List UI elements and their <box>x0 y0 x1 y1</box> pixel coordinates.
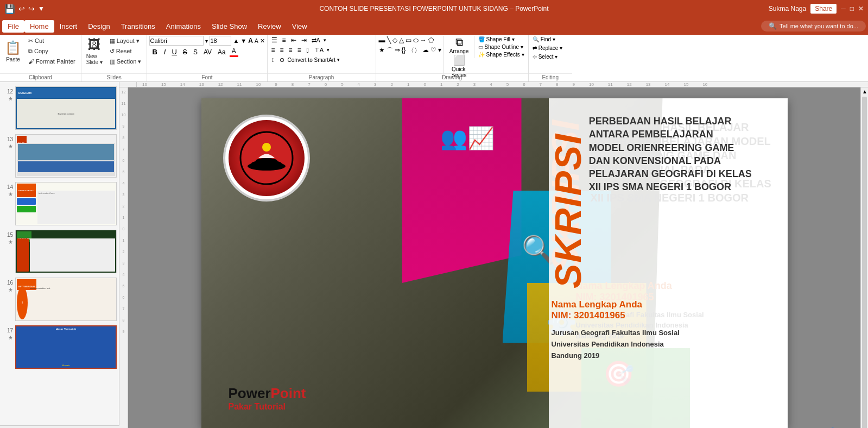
close-btn[interactable]: ✕ <box>858 5 864 12</box>
align-center-btn[interactable]: ≡ <box>278 46 286 54</box>
numbering-btn[interactable]: ≡ <box>281 36 288 45</box>
col-btn[interactable]: ⫿ <box>305 46 311 54</box>
slide-main[interactable]: 👥📈 🔍 ⚙️ 🎯 SKRIPSI <box>201 98 788 428</box>
cut-button[interactable]: ✂ Cut <box>25 36 79 46</box>
shape-rect[interactable]: ▬ <box>378 36 386 45</box>
menu-item-transitions[interactable]: Transitions <box>116 20 161 33</box>
convert-smartart-btn[interactable]: ⊙ <box>278 56 286 64</box>
shape-fill-button[interactable]: 🪣 Shape Fill ▾ <box>477 36 526 43</box>
format-painter-button[interactable]: 🖌 Format Painter <box>25 56 79 66</box>
section-button[interactable]: ▥ Section ▾ <box>106 56 145 66</box>
shape-effects-button[interactable]: ✨ Shape Effects ▾ <box>477 51 526 58</box>
slide-thumb-14[interactable]: 14 ★ PEMBAHASAN text content here <box>2 182 117 225</box>
font-size-down[interactable]: ▼ <box>240 37 246 44</box>
font-size-small[interactable]: A <box>255 38 258 44</box>
maximize-btn[interactable]: □ <box>850 5 854 12</box>
shape-outline-chevron[interactable]: ▾ <box>521 44 523 50</box>
text-dir-chevron[interactable]: ▾ <box>324 37 326 43</box>
shape-triangle[interactable]: △ <box>398 36 404 45</box>
slide-thumb-16[interactable]: 16 ★ REKOMENDASI ! recommendation text <box>2 278 117 321</box>
undo-btn[interactable]: ↩ <box>18 4 25 13</box>
shape-callout[interactable]: ⬭ <box>413 36 419 45</box>
menu-item-review[interactable]: Review <box>252 20 287 33</box>
shape-brace[interactable]: 〈〉 <box>407 46 421 56</box>
slide-img-17[interactable]: Hasar Termatuh Ampala <box>15 325 117 369</box>
justify-btn[interactable]: ≡ <box>296 46 303 54</box>
shape-curved[interactable]: ⌒ <box>386 46 394 56</box>
shape-cloud[interactable]: ☁ <box>422 46 429 56</box>
share-btn[interactable]: Share <box>810 4 837 14</box>
slide-img-12[interactable]: DIAGRAM flowchart content <box>15 86 117 130</box>
decrease-indent-btn[interactable]: ⇤ <box>289 36 298 45</box>
select-chevron[interactable]: ▾ <box>555 54 557 60</box>
menu-item-file[interactable]: File <box>2 20 24 33</box>
new-slide-button[interactable]: 🖼 NewSlide ▾ <box>84 36 105 66</box>
paste-button[interactable]: 📋 Paste <box>2 36 24 66</box>
copy-button[interactable]: ⧉ Copy <box>25 46 79 56</box>
align-left-btn[interactable]: ≡ <box>270 46 277 54</box>
shape-bracket[interactable]: {} <box>401 46 407 56</box>
shape-chevron[interactable]: ⇒ <box>394 46 401 56</box>
underline-button[interactable]: U <box>169 47 179 56</box>
search-bar[interactable]: 🔍 Tell me what you want to do... <box>761 21 866 32</box>
clear-format-btn[interactable]: ✕ <box>260 37 265 45</box>
font-size-large[interactable]: A <box>248 37 253 45</box>
bullets-btn[interactable]: ☰ <box>270 36 279 45</box>
slide-thumb-13[interactable]: 13 ★ HASIL <box>2 134 117 178</box>
align-text-btn[interactable]: ⊤A <box>313 46 325 54</box>
align-right-btn[interactable]: ≡ <box>287 46 294 54</box>
slide-thumb-17[interactable]: 17 ★ Hasar Termatuh Ampala <box>2 325 117 369</box>
strikethrough-button[interactable]: S <box>181 48 189 56</box>
shape-line[interactable]: ╲ <box>387 36 391 45</box>
menu-item-animations[interactable]: Animations <box>161 20 206 33</box>
shape-round-rect[interactable]: ▭ <box>405 36 412 45</box>
shape-heart[interactable]: ♡ <box>430 46 437 56</box>
select-button[interactable]: ⊹ Select ▾ <box>531 53 560 60</box>
shape-diamond[interactable]: ◇ <box>392 36 398 45</box>
reset-button[interactable]: ↺ Reset <box>106 46 145 56</box>
menu-item-view[interactable]: View <box>287 20 313 33</box>
font-name-input[interactable] <box>149 36 204 46</box>
slide-img-15[interactable]: SIMPULAN <box>15 230 117 273</box>
shape-star[interactable]: ★ <box>378 46 385 56</box>
user-name[interactable]: Sukma Naga <box>769 5 806 12</box>
shape-more[interactable]: ▾ <box>438 46 442 56</box>
text-dir-btn[interactable]: ⇄A <box>310 36 322 45</box>
menu-item-insert[interactable]: Insert <box>54 20 83 33</box>
slide-img-14[interactable]: PEMBAHASAN text content here <box>15 182 117 225</box>
shape-outline-button[interactable]: ▭ Shape Outline ▾ <box>477 43 526 51</box>
font-name-chevron[interactable]: ▾ <box>205 38 208 44</box>
slide-thumb-12[interactable]: 12 ★ DIAGRAM flowchart content <box>2 86 117 130</box>
case-button[interactable]: Aa <box>216 48 228 56</box>
replace-button[interactable]: ⇄ Replace ▾ <box>531 45 565 52</box>
menu-item-slideshow[interactable]: Slide Show <box>206 20 252 33</box>
increase-indent-btn[interactable]: ⇥ <box>300 36 308 45</box>
find-button[interactable]: 🔍 Find ▾ <box>531 36 557 43</box>
slide-img-16[interactable]: REKOMENDASI ! recommendation text <box>15 278 117 321</box>
shape-arrow-r[interactable]: → <box>420 36 427 45</box>
italic-button[interactable]: I <box>162 47 168 56</box>
arrange-button[interactable]: ⧉ Arrange <box>447 36 471 54</box>
shape-pentagon[interactable]: ⬠ <box>428 36 434 45</box>
find-chevron[interactable]: ▾ <box>553 36 555 42</box>
menu-item-home[interactable]: Home <box>24 20 54 33</box>
shadow-button[interactable]: S <box>191 48 200 56</box>
slide-thumb-15[interactable]: 15 ★ SIMPULAN <box>2 230 117 273</box>
font-size-up[interactable]: ▲ <box>233 37 239 44</box>
align-text-chevron[interactable]: ▾ <box>327 47 330 53</box>
shape-fill-chevron[interactable]: ▾ <box>512 36 515 42</box>
scrollbar-vertical[interactable]: ▲ ▼ <box>860 87 868 428</box>
layout-button[interactable]: ▦ Layout ▾ <box>106 36 145 46</box>
slide-img-13[interactable]: HASIL <box>15 134 117 178</box>
convert-chevron[interactable]: ▾ <box>337 57 340 62</box>
minimize-btn[interactable]: ─ <box>841 5 846 12</box>
line-spacing-btn[interactable]: ↕ <box>270 55 276 64</box>
redo-btn[interactable]: ↪ <box>28 4 35 13</box>
shape-effects-chevron[interactable]: ▾ <box>522 52 524 58</box>
replace-chevron[interactable]: ▾ <box>560 45 562 51</box>
spacing-button[interactable]: AV <box>201 48 214 56</box>
bold-button[interactable]: B <box>149 47 160 57</box>
menu-item-design[interactable]: Design <box>83 20 115 33</box>
font-color-btn[interactable]: A <box>230 47 238 57</box>
font-size-input[interactable] <box>210 36 231 46</box>
